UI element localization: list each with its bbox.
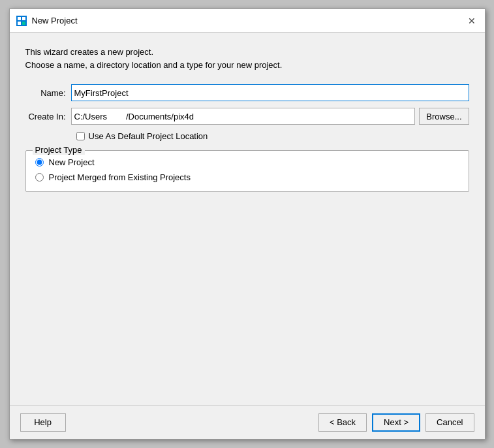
merged-project-label[interactable]: Project Merged from Existing Projects [49,172,191,182]
svg-rect-2 [22,17,25,20]
description-line2: Choose a name, a directory location and … [25,59,469,72]
default-location-checkbox[interactable] [76,132,85,140]
merged-project-radio[interactable] [35,173,44,182]
new-project-dialog: New Project ✕ This wizard creates a new … [9,8,486,440]
default-location-label[interactable]: Use As Default Project Location [89,131,208,141]
title-bar: New Project ✕ [10,9,485,33]
merged-project-option[interactable]: Project Merged from Existing Projects [35,172,459,182]
create-in-label: Create In: [25,112,71,121]
create-in-row: Create In: Browse... [25,108,469,125]
description-line1: This wizard creates a new project. [25,46,469,59]
help-button[interactable]: Help [20,413,66,432]
dialog-title: New Project [32,16,78,25]
next-button[interactable]: Next > [372,413,420,432]
dialog-footer: Help < Back Next > Cancel [10,405,485,439]
new-project-option[interactable]: New Project [35,157,459,167]
app-icon [16,16,27,26]
browse-button[interactable]: Browse... [419,108,469,125]
title-bar-left: New Project [16,16,78,26]
create-in-input[interactable] [71,108,416,125]
back-button[interactable]: < Back [318,413,367,432]
new-project-radio[interactable] [35,158,44,167]
project-type-group: Project Type New Project Project Merged … [25,150,469,192]
close-button[interactable]: ✕ [465,14,478,27]
project-type-legend: Project Type [33,145,85,155]
default-location-row: Use As Default Project Location [76,131,469,141]
dialog-body: This wizard creates a new project. Choos… [10,33,485,405]
name-row: Name: [25,84,469,101]
name-label: Name: [25,88,71,98]
cancel-button[interactable]: Cancel [425,413,474,432]
name-input[interactable] [71,84,469,101]
footer-right: < Back Next > Cancel [318,413,474,432]
svg-rect-1 [18,17,21,20]
description: This wizard creates a new project. Choos… [25,46,469,71]
svg-rect-4 [22,22,25,25]
footer-left: Help [20,413,66,432]
svg-rect-3 [18,22,21,25]
new-project-label[interactable]: New Project [49,157,95,167]
